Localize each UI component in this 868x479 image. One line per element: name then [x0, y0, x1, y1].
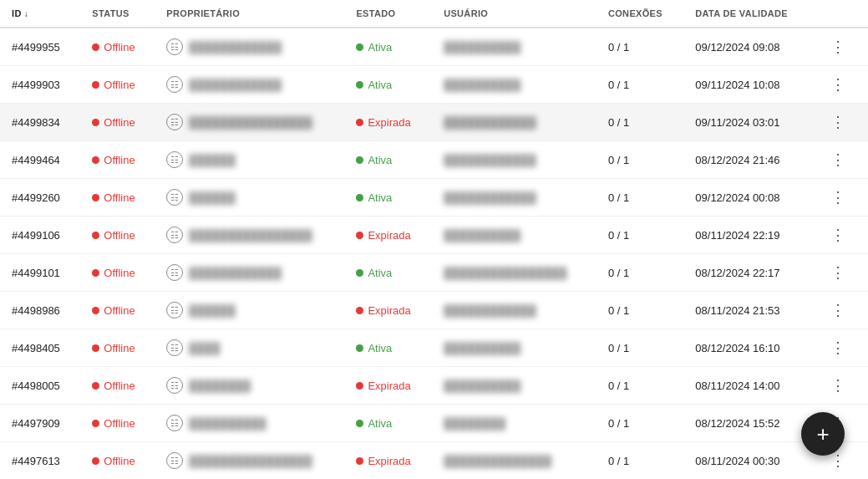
cell-data: 08/11/2024 00:30: [683, 442, 814, 480]
proprietario-value: ████████████████: [189, 229, 312, 242]
cell-estado: Ativa: [344, 66, 432, 104]
proprietario-value: ████████████████: [189, 455, 312, 467]
person-icon: ☷: [166, 339, 183, 356]
expirada-dot: [356, 382, 363, 390]
column-header-proprietario[interactable]: PROPRIETÁRIO: [155, 0, 344, 28]
cell-usuario: ██████████: [432, 66, 596, 104]
cell-data: 09/12/2024 00:08: [683, 179, 814, 217]
cell-estado: Expirada: [344, 442, 432, 480]
cell-proprietario: ☷████████████████: [155, 217, 344, 254]
column-header-id[interactable]: ID↓: [0, 0, 80, 28]
status-label: Offline: [104, 79, 135, 91]
cell-id: #4499834: [0, 104, 80, 141]
proprietario-value: ██████: [189, 191, 235, 204]
row-menu-button[interactable]: ⋮: [825, 263, 850, 282]
cell-conexoes: 0 / 1: [596, 66, 683, 104]
status-label: Offline: [104, 380, 135, 392]
usuario-value: ██████████: [444, 79, 520, 91]
column-header-data[interactable]: DATA DE VALIDADE: [683, 0, 814, 28]
offline-dot: [92, 269, 99, 277]
row-menu-button[interactable]: ⋮: [825, 188, 850, 206]
cell-proprietario: ☷████████: [155, 367, 344, 405]
column-header-usuario[interactable]: USUÁRIO: [432, 0, 596, 28]
cell-usuario: ████████████████: [432, 254, 596, 292]
column-header-status[interactable]: STATUS: [80, 0, 155, 28]
estado-label: Ativa: [368, 191, 392, 204]
row-menu-button[interactable]: ⋮: [825, 38, 850, 56]
table-row: #4499955Offline☷████████████Ativa███████…: [0, 28, 868, 66]
row-menu-button[interactable]: ⋮: [825, 226, 850, 244]
cell-proprietario: ☷██████: [155, 179, 344, 217]
cell-data: 09/11/2024 03:01: [683, 104, 814, 141]
usuario-value: ██████████: [444, 229, 520, 242]
estado-label: Ativa: [368, 267, 392, 279]
column-header-estado[interactable]: ESTADO: [344, 0, 432, 28]
cell-usuario: ████████████: [432, 104, 596, 141]
add-fab-button[interactable]: +: [801, 412, 845, 456]
row-menu-button[interactable]: ⋮: [825, 301, 850, 319]
cell-menu[interactable]: ⋮: [814, 217, 868, 254]
person-icon: ☷: [166, 302, 183, 318]
cell-menu[interactable]: ⋮: [814, 329, 868, 367]
cell-estado: Expirada: [344, 104, 432, 141]
table-row: #4497613Offline☷████████████████Expirada…: [0, 442, 868, 480]
cell-estado: Expirada: [344, 292, 432, 329]
row-menu-button[interactable]: ⋮: [825, 376, 850, 395]
cell-id: #4499903: [0, 66, 80, 104]
table-row: #4499464Offline☷██████Ativa████████████0…: [0, 141, 868, 179]
expirada-dot: [356, 232, 363, 239]
proprietario-value: ████████████: [189, 79, 282, 91]
cell-data: 08/11/2024 21:53: [683, 292, 814, 329]
row-menu-button[interactable]: ⋮: [825, 339, 850, 357]
status-label: Offline: [104, 267, 135, 279]
estado-label: Expirada: [368, 455, 410, 467]
row-menu-button[interactable]: ⋮: [825, 113, 850, 131]
cell-menu[interactable]: ⋮: [814, 367, 868, 405]
column-header-menu: [814, 0, 868, 28]
column-header-conexoes[interactable]: CONEXÕES: [596, 0, 683, 28]
cell-menu[interactable]: ⋮: [814, 28, 868, 66]
cell-status: Offline: [80, 254, 155, 292]
cell-proprietario: ☷██████: [155, 292, 344, 329]
cell-id: #4498986: [0, 292, 80, 329]
cell-conexoes: 0 / 1: [596, 405, 683, 442]
person-icon: ☷: [166, 151, 183, 168]
cell-proprietario: ☷████████████: [155, 254, 344, 292]
cell-id: #4497909: [0, 405, 80, 442]
cell-menu[interactable]: ⋮: [814, 254, 868, 292]
cell-conexoes: 0 / 1: [596, 292, 683, 329]
cell-usuario: ██████████: [432, 329, 596, 367]
cell-status: Offline: [80, 329, 155, 367]
status-label: Offline: [104, 116, 135, 129]
offline-dot: [92, 420, 99, 427]
cell-conexoes: 0 / 1: [596, 141, 683, 179]
row-menu-button[interactable]: ⋮: [825, 75, 850, 94]
row-menu-button[interactable]: ⋮: [825, 150, 850, 169]
estado-label: Expirada: [368, 229, 410, 242]
offline-dot: [92, 232, 99, 239]
estado-label: Ativa: [368, 79, 392, 91]
cell-menu[interactable]: ⋮: [814, 66, 868, 104]
proprietario-value: ██████████: [189, 417, 266, 430]
cell-status: Offline: [80, 367, 155, 405]
table-header: ID↓STATUSPROPRIETÁRIOESTADOUSUÁRIOCONEXÕ…: [0, 0, 868, 28]
cell-proprietario: ☷██████: [155, 141, 344, 179]
proprietario-value: ████████████████: [189, 116, 312, 129]
cell-status: Offline: [80, 405, 155, 442]
cell-proprietario: ☷████: [155, 329, 344, 367]
cell-usuario: ██████████: [432, 367, 596, 405]
cell-menu[interactable]: ⋮: [814, 292, 868, 329]
status-label: Offline: [104, 417, 135, 430]
usuario-value: ██████████: [444, 380, 520, 392]
estado-label: Ativa: [368, 342, 392, 354]
usuario-value: ██████████: [444, 41, 520, 54]
cell-menu[interactable]: ⋮: [814, 104, 868, 141]
cell-menu[interactable]: ⋮: [814, 141, 868, 179]
proprietario-value: ████████████: [189, 267, 282, 279]
offline-dot: [92, 81, 99, 89]
cell-estado: Ativa: [344, 141, 432, 179]
estado-label: Ativa: [368, 154, 392, 166]
status-label: Offline: [104, 154, 135, 166]
cell-menu[interactable]: ⋮: [814, 179, 868, 217]
proprietario-value: ██████: [189, 304, 235, 317]
